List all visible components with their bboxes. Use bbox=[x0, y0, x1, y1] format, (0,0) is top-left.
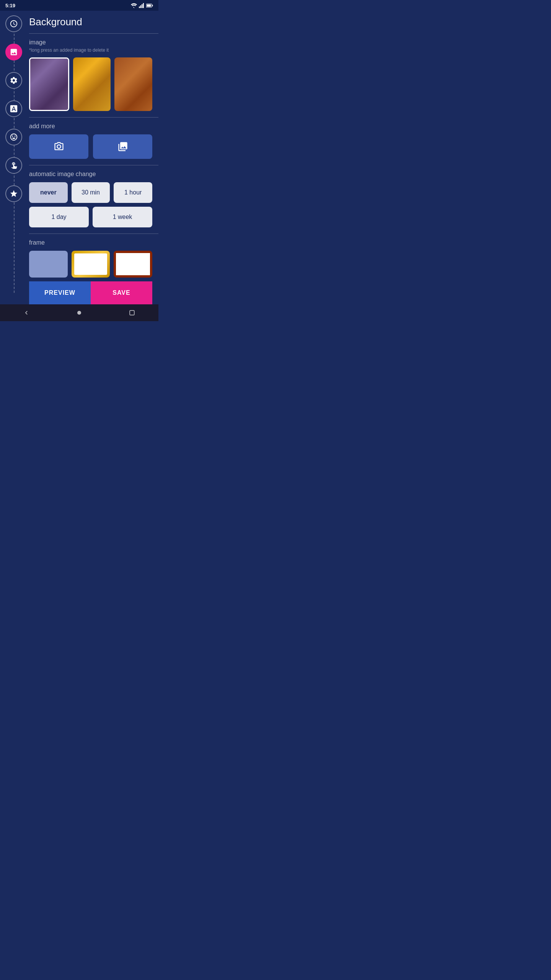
status-icons bbox=[131, 3, 153, 8]
image-thumb-gold[interactable] bbox=[73, 57, 111, 111]
emoji-icon bbox=[10, 133, 18, 141]
recents-icon bbox=[128, 309, 136, 317]
signal-icon bbox=[139, 3, 144, 8]
timing-1week[interactable]: 1 week bbox=[93, 207, 152, 227]
frame-red-inner bbox=[114, 251, 152, 278]
status-time: 5:19 bbox=[5, 3, 15, 8]
save-button[interactable]: SAVE bbox=[91, 281, 152, 304]
frame-gold-center bbox=[74, 253, 108, 275]
image-purple bbox=[30, 59, 68, 110]
frame-grid bbox=[29, 251, 152, 278]
gallery-icon bbox=[117, 141, 128, 152]
sidebar-item-font[interactable] bbox=[5, 100, 22, 117]
camera-button[interactable] bbox=[29, 134, 88, 159]
svg-rect-2 bbox=[142, 4, 143, 8]
timing-never[interactable]: never bbox=[29, 182, 68, 203]
image-gold bbox=[73, 57, 111, 111]
sidebar-item-settings[interactable] bbox=[5, 72, 22, 89]
clock-icon bbox=[10, 20, 18, 28]
battery-icon bbox=[146, 3, 153, 8]
image-thumb-purple[interactable] bbox=[29, 57, 69, 111]
frame-red[interactable] bbox=[114, 251, 152, 278]
sidebar-item-image[interactable] bbox=[5, 44, 22, 60]
star-icon bbox=[10, 189, 18, 198]
auto-change-title: automatic image change bbox=[29, 171, 152, 178]
preview-button[interactable]: PREVIEW bbox=[29, 281, 91, 304]
frame-title: frame bbox=[29, 239, 152, 246]
gallery-button[interactable] bbox=[93, 134, 152, 159]
settings-icon bbox=[10, 76, 18, 85]
add-more-title: add more bbox=[29, 123, 152, 130]
frame-gold[interactable] bbox=[72, 251, 110, 278]
bottom-bar: PREVIEW SAVE bbox=[29, 281, 152, 304]
sidebar-item-emoji[interactable] bbox=[5, 129, 22, 145]
camera-icon bbox=[54, 141, 64, 152]
divider-top bbox=[29, 33, 158, 34]
image-section-title: image bbox=[29, 39, 152, 46]
font-icon bbox=[10, 105, 18, 113]
svg-rect-1 bbox=[140, 5, 142, 8]
status-bar: 5:19 bbox=[0, 0, 158, 11]
page-title: Background bbox=[29, 16, 152, 28]
wifi-icon bbox=[131, 3, 137, 8]
home-icon bbox=[75, 309, 83, 317]
svg-rect-3 bbox=[143, 3, 144, 8]
divider-after-images bbox=[29, 117, 158, 118]
frame-plain-inner bbox=[29, 251, 68, 278]
sidebar-item-gesture[interactable] bbox=[5, 157, 22, 174]
svg-rect-0 bbox=[139, 7, 140, 8]
back-icon bbox=[23, 309, 30, 317]
gesture-icon bbox=[10, 161, 18, 170]
nav-bar bbox=[0, 304, 158, 321]
back-button[interactable] bbox=[19, 305, 34, 320]
add-buttons bbox=[29, 134, 152, 159]
sidebar-item-clock[interactable] bbox=[5, 15, 22, 32]
app-layout: Background image *long press an added im… bbox=[0, 11, 158, 304]
sidebar bbox=[0, 11, 28, 304]
svg-rect-5 bbox=[147, 4, 151, 7]
home-button[interactable] bbox=[72, 305, 87, 320]
image-section-hint: *long press an added image to delete it bbox=[29, 47, 152, 53]
image-rust bbox=[114, 57, 152, 111]
svg-point-7 bbox=[77, 311, 81, 315]
timing-grid: never 30 min 1 hour 1 day 1 week bbox=[29, 182, 152, 227]
recents-button[interactable] bbox=[124, 305, 140, 320]
svg-rect-8 bbox=[130, 310, 134, 315]
timing-1hour[interactable]: 1 hour bbox=[114, 182, 152, 203]
svg-rect-6 bbox=[152, 5, 153, 6]
frame-gold-inner bbox=[72, 251, 110, 278]
timing-30min[interactable]: 30 min bbox=[72, 182, 110, 203]
main-content: Background image *long press an added im… bbox=[28, 11, 158, 304]
image-icon bbox=[10, 48, 18, 56]
image-thumb-rust[interactable] bbox=[114, 57, 152, 111]
sidebar-item-star[interactable] bbox=[5, 185, 22, 202]
timing-1day[interactable]: 1 day bbox=[29, 207, 89, 227]
divider-after-add bbox=[29, 165, 158, 165]
frame-plain[interactable] bbox=[29, 251, 68, 278]
image-grid bbox=[29, 57, 152, 111]
divider-after-timing bbox=[29, 234, 158, 234]
